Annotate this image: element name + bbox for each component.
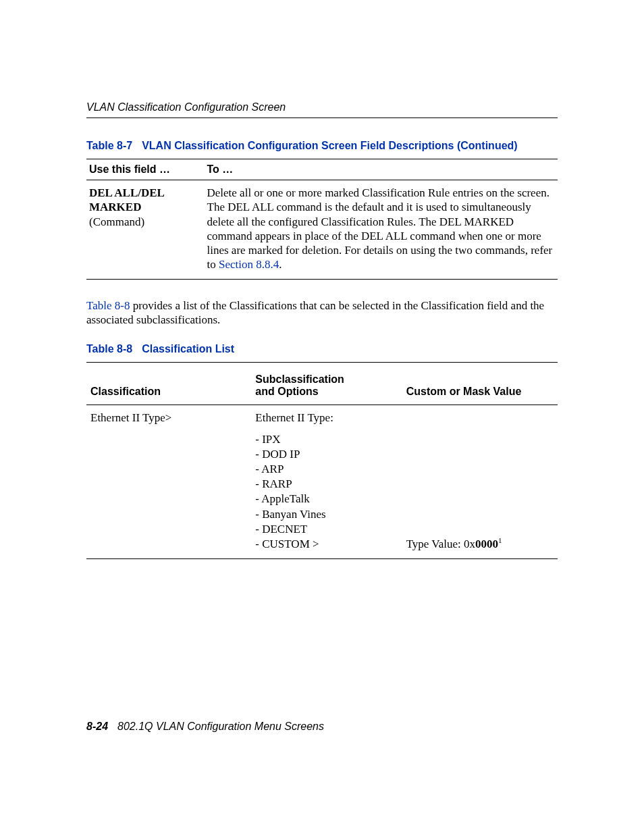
col-header-subclassification: Subclassification and Options bbox=[251, 363, 402, 405]
table-row: DEL ALL/DEL MARKED (Command) Delete all … bbox=[86, 180, 558, 280]
col-header-sub-l2: and Options bbox=[255, 386, 318, 397]
list-item: - DECNET bbox=[255, 522, 398, 537]
col-header-sub-l1: Subclassification bbox=[255, 373, 344, 385]
list-item: - ARP bbox=[255, 462, 398, 477]
list-item: - IPX bbox=[255, 432, 398, 447]
col-header-to: To … bbox=[205, 159, 558, 180]
custom-value-label: Type Value: 0x bbox=[406, 538, 475, 550]
col-header-use-this-field: Use this field … bbox=[86, 159, 205, 180]
running-header: VLAN Classification Configuration Screen bbox=[86, 101, 558, 118]
table-8-7-number: Table 8-7 bbox=[86, 140, 132, 151]
section-link[interactable]: Section 8.8.4 bbox=[219, 258, 279, 271]
table-8-8-link[interactable]: Table 8-8 bbox=[86, 299, 130, 312]
classification-cell: Ethernet II Type> bbox=[86, 405, 251, 559]
list-item: - DOD IP bbox=[255, 447, 398, 462]
body-paragraph-text: provides a list of the Classifications t… bbox=[86, 299, 544, 326]
table-8-8-title: Classification List bbox=[142, 343, 234, 355]
custom-value-cell: Type Value: 0x00001 bbox=[402, 405, 558, 559]
table-8-8-caption: Table 8-8Classification List bbox=[86, 343, 558, 355]
field-name-line3: (Command) bbox=[89, 215, 144, 228]
col-header-classification: Classification bbox=[86, 363, 251, 405]
field-description-cell: Delete all or one or more marked Classif… bbox=[205, 180, 558, 280]
col-header-custom-mask: Custom or Mask Value bbox=[402, 363, 558, 405]
list-item: - CUSTOM > bbox=[255, 537, 398, 552]
table-8-8-number: Table 8-8 bbox=[86, 343, 132, 355]
field-name-line2: MARKED bbox=[89, 201, 141, 213]
list-item: - RARP bbox=[255, 477, 398, 492]
page-number: 8-24 bbox=[86, 721, 108, 732]
table-row: Classification Subclassification and Opt… bbox=[86, 363, 558, 405]
table-8-7-title: VLAN Classification Configuration Screen… bbox=[142, 140, 518, 151]
footer-title: 802.1Q VLAN Configuration Menu Screens bbox=[117, 721, 324, 732]
custom-value-bold: 0000 bbox=[475, 538, 498, 550]
table-8-7: Use this field … To … DEL ALL/DEL MARKED… bbox=[86, 159, 558, 280]
body-paragraph: Table 8-8 provides a list of the Classif… bbox=[86, 298, 558, 328]
list-item: - Banyan Vines bbox=[255, 507, 398, 522]
field-description-post: . bbox=[279, 258, 281, 271]
table-8-7-caption: Table 8-7VLAN Classification Configurati… bbox=[86, 140, 558, 152]
subclassification-cell: Ethernet II Type: - IPX - DOD IP - ARP -… bbox=[251, 405, 402, 559]
page-footer: 8-24802.1Q VLAN Configuration Menu Scree… bbox=[86, 721, 324, 733]
custom-value-footnote: 1 bbox=[498, 536, 502, 544]
table-8-8: Classification Subclassification and Opt… bbox=[86, 362, 558, 559]
field-name-cell: DEL ALL/DEL MARKED (Command) bbox=[86, 180, 205, 280]
table-row: Ethernet II Type> Ethernet II Type: - IP… bbox=[86, 405, 558, 559]
subclassification-head: Ethernet II Type: bbox=[255, 411, 398, 425]
field-name-line1: DEL ALL/DEL bbox=[89, 186, 165, 199]
list-item: - AppleTalk bbox=[255, 492, 398, 506]
option-list: - IPX - DOD IP - ARP - RARP - AppleTalk … bbox=[255, 432, 398, 552]
table-row: Use this field … To … bbox=[86, 159, 558, 180]
